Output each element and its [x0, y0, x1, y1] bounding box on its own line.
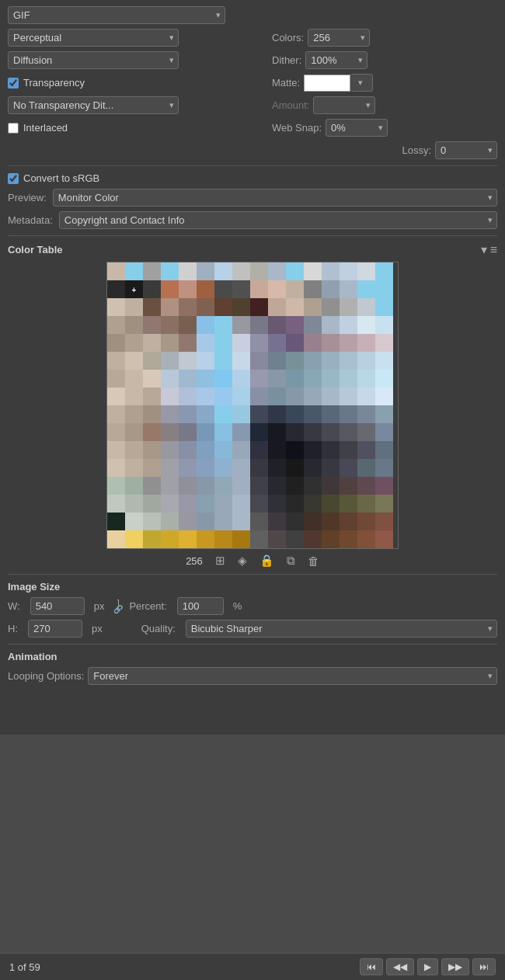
color-cell[interactable] [322, 298, 340, 316]
color-cell[interactable] [322, 262, 340, 280]
color-cell[interactable] [250, 370, 268, 387]
color-cell[interactable] [179, 459, 197, 477]
color-cell[interactable] [161, 352, 179, 370]
color-cell[interactable] [161, 459, 179, 477]
color-cell[interactable] [304, 316, 322, 334]
color-cell[interactable] [304, 513, 322, 530]
color-cell[interactable] [179, 280, 197, 298]
color-cell[interactable] [197, 334, 214, 352]
color-cell[interactable] [340, 495, 357, 513]
color-cell[interactable] [107, 441, 125, 459]
interlaced-checkbox[interactable] [8, 123, 19, 134]
color-cell[interactable] [250, 280, 268, 298]
color-cell[interactable] [214, 441, 232, 459]
color-cell[interactable] [179, 441, 197, 459]
color-cell[interactable] [375, 262, 393, 280]
color-cell[interactable] [340, 477, 357, 495]
color-cell[interactable] [143, 316, 161, 334]
dither-select[interactable]: 100% [305, 51, 367, 69]
color-cell[interactable] [357, 298, 375, 316]
color-cell[interactable] [375, 530, 393, 548]
transparency-dither-select[interactable]: No Transparency Dit... [8, 96, 179, 114]
color-cell[interactable] [161, 495, 179, 513]
color-cell[interactable] [232, 530, 250, 548]
color-cell[interactable] [179, 298, 197, 316]
color-cell[interactable] [250, 477, 268, 495]
color-cell[interactable] [286, 352, 304, 370]
color-cell[interactable] [107, 530, 125, 548]
color-cell[interactable] [214, 334, 232, 352]
color-cell[interactable] [250, 495, 268, 513]
color-cell[interactable] [232, 513, 250, 530]
color-cell[interactable] [268, 459, 286, 477]
color-cell[interactable] [125, 298, 143, 316]
color-cell[interactable] [179, 405, 197, 423]
next-frame-button[interactable]: ▶▶ [441, 958, 469, 975]
color-cell[interactable] [125, 530, 143, 548]
color-cell[interactable] [125, 352, 143, 370]
colors-select[interactable]: 256 [308, 29, 370, 47]
color-cell[interactable] [214, 387, 232, 405]
color-cell[interactable] [161, 280, 179, 298]
color-cell[interactable] [214, 262, 232, 280]
color-cell[interactable] [107, 316, 125, 334]
color-cell[interactable] [214, 405, 232, 423]
color-cell[interactable] [286, 459, 304, 477]
color-cell[interactable] [197, 477, 214, 495]
color-cell[interactable] [357, 280, 375, 298]
link-dimensions-icon[interactable]: ] 🔗 [113, 599, 123, 613]
color-cell[interactable] [340, 352, 357, 370]
color-cell[interactable] [357, 262, 375, 280]
color-cell[interactable] [107, 280, 125, 298]
color-cell[interactable] [125, 477, 143, 495]
color-cell[interactable] [322, 316, 340, 334]
color-cell[interactable] [107, 387, 125, 405]
color-cell[interactable] [357, 334, 375, 352]
color-cell[interactable] [125, 513, 143, 530]
color-cell[interactable] [340, 423, 357, 441]
last-frame-button[interactable]: ⏭ [472, 958, 496, 975]
color-cell[interactable] [250, 262, 268, 280]
color-cell[interactable] [375, 387, 393, 405]
color-cell[interactable] [232, 262, 250, 280]
color-cell[interactable] [214, 477, 232, 495]
color-cell[interactable] [232, 352, 250, 370]
color-cell[interactable] [143, 423, 161, 441]
color-cell[interactable] [197, 513, 214, 530]
color-cell[interactable] [232, 370, 250, 387]
color-cell[interactable] [322, 352, 340, 370]
color-cell[interactable] [322, 530, 340, 548]
color-cell[interactable] [214, 495, 232, 513]
color-cell[interactable] [375, 298, 393, 316]
color-cell[interactable] [214, 513, 232, 530]
color-cell[interactable] [214, 352, 232, 370]
color-cell[interactable] [250, 352, 268, 370]
color-cell[interactable] [197, 298, 214, 316]
color-cell[interactable] [375, 280, 393, 298]
color-cell[interactable] [107, 370, 125, 387]
color-cell[interactable] [214, 280, 232, 298]
snap-to-web-icon[interactable]: ⊞ [215, 554, 225, 568]
color-cell[interactable] [232, 316, 250, 334]
color-cell[interactable] [197, 441, 214, 459]
color-cell[interactable] [197, 316, 214, 334]
color-cell[interactable] [268, 280, 286, 298]
color-cell[interactable] [286, 477, 304, 495]
color-cell[interactable] [268, 423, 286, 441]
color-cell[interactable] [268, 262, 286, 280]
metadata-select[interactable]: Copyright and Contact Info [59, 211, 497, 229]
color-cell[interactable] [357, 352, 375, 370]
color-cell[interactable] [125, 316, 143, 334]
color-cell[interactable] [304, 262, 322, 280]
color-cell[interactable] [268, 405, 286, 423]
color-cell[interactable] [161, 441, 179, 459]
color-cell[interactable] [125, 441, 143, 459]
color-cell[interactable] [232, 280, 250, 298]
color-cell[interactable] [125, 334, 143, 352]
color-reduction-select[interactable]: Perceptual [8, 29, 179, 47]
color-cell[interactable] [179, 370, 197, 387]
color-cell[interactable] [340, 280, 357, 298]
color-cell[interactable] [143, 405, 161, 423]
color-cell[interactable] [197, 405, 214, 423]
first-frame-button[interactable]: ⏮ [360, 958, 383, 975]
